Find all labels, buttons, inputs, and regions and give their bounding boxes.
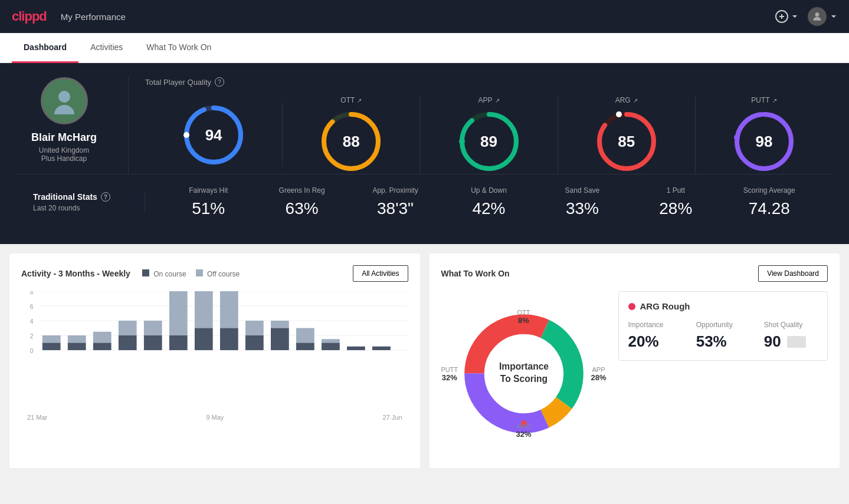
svg-text:4: 4 xyxy=(30,318,34,325)
total-quality-header: Total Player Quality ? xyxy=(145,77,832,87)
svg-rect-48 xyxy=(271,328,289,351)
stat-sand-save: Sand Save 33% xyxy=(536,186,629,218)
work-detail-header: ARG Rough xyxy=(628,301,818,311)
detail-indicator-dot xyxy=(628,303,635,310)
svg-rect-47 xyxy=(271,321,289,328)
work-detail-section: ARG Rough Importance 20% Opportunity 53%… xyxy=(618,291,828,456)
bar-chart-area: 8 6 4 2 0 21 Mar 9 May 27 Jun xyxy=(21,291,408,421)
work-panel-content: Importance To Scoring OTT 8% xyxy=(441,291,828,456)
add-button[interactable] xyxy=(775,9,798,24)
stat-app-proximity: App. Proximity 38'3" xyxy=(349,186,442,218)
player-info: Blair McHarg United Kingdom Plus Handica… xyxy=(17,77,129,174)
svg-rect-33 xyxy=(93,332,112,343)
user-avatar xyxy=(808,7,827,26)
opportunity-metric: Opportunity 53% xyxy=(696,321,750,351)
nav-title: My Performance xyxy=(61,12,126,22)
stat-1-putt: 1 Putt 28% xyxy=(629,186,722,218)
off-course-legend-dot xyxy=(196,269,203,276)
app-logo: clippd xyxy=(12,9,47,24)
user-menu[interactable] xyxy=(808,7,837,26)
svg-rect-50 xyxy=(296,343,314,351)
app-score: APP ↗ 89 xyxy=(420,96,558,174)
tab-dashboard[interactable]: Dashboard xyxy=(12,33,78,63)
tab-what-to-work-on[interactable]: What To Work On xyxy=(135,33,223,63)
svg-text:2: 2 xyxy=(30,333,34,340)
activity-panel: Activity - 3 Months - Weekly On course O… xyxy=(9,253,420,468)
svg-rect-46 xyxy=(245,335,264,350)
tabs-bar: Dashboard Activities What To Work On xyxy=(0,33,849,63)
top-nav: clippd My Performance xyxy=(0,0,849,33)
tab-activities[interactable]: Activities xyxy=(78,33,135,63)
svg-rect-54 xyxy=(372,347,391,350)
work-metrics: Importance 20% Opportunity 53% Shot Qual… xyxy=(628,321,818,351)
stats-help-icon[interactable]: ? xyxy=(101,192,110,202)
putt-gauge: 98 xyxy=(732,109,796,174)
scores-grid: 94 OTT ↗ 88 xyxy=(145,96,832,174)
svg-point-62 xyxy=(571,371,576,377)
svg-rect-32 xyxy=(68,343,86,351)
svg-rect-31 xyxy=(68,335,86,343)
work-on-panel: What To Work On View Dashboard xyxy=(430,253,840,468)
ott-value: 88 xyxy=(343,133,360,151)
nav-right xyxy=(775,7,837,26)
player-avatar xyxy=(41,77,88,124)
work-detail-card: ARG Rough Importance 20% Opportunity 53%… xyxy=(618,291,828,361)
on-course-legend-dot xyxy=(142,269,149,276)
shot-quality-metric: Shot Quality 90 xyxy=(764,321,818,351)
ott-score: OTT ↗ 88 xyxy=(283,96,420,174)
svg-point-3 xyxy=(815,12,820,17)
stat-scoring-average: Scoring Average 74.28 xyxy=(723,186,816,218)
svg-rect-41 xyxy=(195,291,213,328)
player-handicap: Plus Handicap xyxy=(41,154,87,163)
svg-rect-30 xyxy=(42,343,61,351)
total-quality-gauge: 94 xyxy=(181,103,246,167)
stat-greens-in-reg: Greens In Reg 63% xyxy=(255,186,348,218)
stats-row: Traditional Stats ? Last 20 rounds Fairw… xyxy=(17,174,832,230)
svg-rect-53 xyxy=(347,347,365,350)
svg-rect-40 xyxy=(169,335,188,350)
svg-rect-49 xyxy=(296,328,314,343)
activity-chart-title: Activity - 3 Months - Weekly xyxy=(21,269,130,278)
bar-chart-svg: 8 6 4 2 0 xyxy=(21,291,408,409)
chart-legend: On course Off course xyxy=(142,269,240,278)
app-gauge: 89 xyxy=(457,109,522,174)
help-icon[interactable]: ? xyxy=(215,77,224,87)
svg-rect-42 xyxy=(195,328,213,351)
putt-score: PUTT ↗ 98 xyxy=(696,96,832,174)
svg-text:Importance: Importance xyxy=(499,361,548,371)
svg-rect-35 xyxy=(119,321,137,335)
stats-label: Traditional Stats ? Last 20 rounds xyxy=(33,192,145,212)
all-activities-button[interactable]: All Activities xyxy=(353,265,408,282)
svg-rect-45 xyxy=(245,321,264,335)
chevron-down-icon xyxy=(830,13,837,20)
arg-gauge: 85 xyxy=(594,109,659,174)
svg-rect-52 xyxy=(322,343,340,351)
svg-text:To Scoring: To Scoring xyxy=(500,374,547,384)
total-quality-score: 94 xyxy=(145,103,283,167)
svg-text:6: 6 xyxy=(30,304,34,310)
stat-up-down: Up & Down 42% xyxy=(442,186,535,218)
svg-rect-34 xyxy=(93,343,112,351)
svg-point-12 xyxy=(459,139,465,144)
work-detail-title: ARG Rough xyxy=(640,301,690,311)
hero-section: Blair McHarg United Kingdom Plus Handica… xyxy=(0,63,849,244)
svg-rect-51 xyxy=(322,339,340,342)
player-country: United Kingdom xyxy=(39,146,89,154)
importance-metric: Importance 20% xyxy=(628,321,682,351)
svg-rect-44 xyxy=(220,328,238,351)
svg-rect-29 xyxy=(42,335,61,343)
work-on-title: What To Work On xyxy=(441,269,510,278)
total-quality-value: 94 xyxy=(205,126,222,144)
svg-rect-43 xyxy=(220,291,238,328)
stats-items: Fairways Hit 51% Greens In Reg 63% App. … xyxy=(145,186,816,218)
bottom-panels: Activity - 3 Months - Weekly On course O… xyxy=(0,244,849,477)
activity-panel-header: Activity - 3 Months - Weekly On course O… xyxy=(21,265,408,282)
arg-score: ARG ↗ 85 xyxy=(558,96,696,174)
stat-fairways-hit: Fairways Hit 51% xyxy=(162,186,255,218)
donut-section: Importance To Scoring OTT 8% xyxy=(441,291,607,456)
svg-text:8: 8 xyxy=(30,291,34,295)
svg-rect-39 xyxy=(169,291,188,335)
view-dashboard-button[interactable]: View Dashboard xyxy=(758,265,828,282)
scores-section: Total Player Quality ? 94 xyxy=(129,77,832,174)
player-name: Blair McHarg xyxy=(31,131,97,144)
